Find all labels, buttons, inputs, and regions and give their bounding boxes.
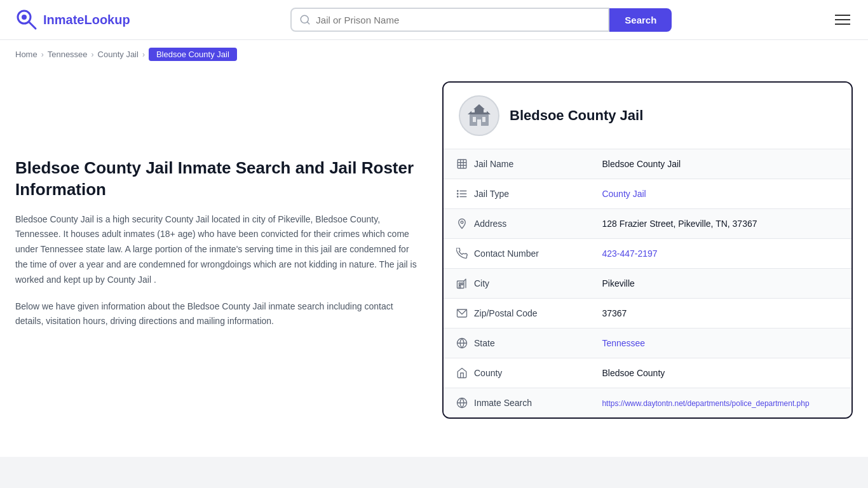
logo-icon	[15, 8, 38, 31]
label-jail-type: Jail Type	[456, 188, 589, 200]
svg-point-22	[458, 196, 459, 198]
label-contact: Contact Number	[456, 248, 589, 259]
svg-line-4	[308, 22, 309, 24]
value-address: 128 Frazier Street, Pikeville, TN, 37367	[602, 209, 851, 239]
svg-point-21	[458, 193, 459, 194]
left-panel: Bledsoe County Jail Inmate Search and Ja…	[15, 81, 422, 419]
logo-text: InmateLookup	[43, 13, 130, 27]
breadcrumb-sep-1: ›	[41, 50, 44, 59]
breadcrumb-home[interactable]: Home	[15, 50, 37, 59]
breadcrumb-sep-2: ›	[92, 50, 94, 59]
search-button[interactable]: Search	[609, 8, 672, 32]
main-content: Bledsoe County Jail Inmate Search and Ja…	[0, 69, 868, 444]
page-title: Bledsoe County Jail Inmate Search and Ja…	[15, 158, 422, 201]
city-icon	[456, 278, 468, 289]
phone-icon	[456, 248, 468, 259]
table-row: Jail Name Bledsoe County Jail	[444, 149, 851, 179]
jail-type-link[interactable]: County Jail	[602, 189, 646, 199]
table-row: City Pikeville	[444, 269, 851, 299]
info-table: Jail Name Bledsoe County Jail Jail Ty	[444, 149, 851, 417]
description-1: Bledsoe County Jail is a high security C…	[15, 212, 422, 288]
card-title: Bledsoe County Jail	[510, 107, 643, 124]
mail-icon	[456, 308, 468, 319]
table-row: Jail Type County Jail	[444, 179, 851, 209]
inmate-search-link[interactable]: https://www.daytontn.net/departments/pol…	[602, 399, 809, 408]
value-inmate-search: https://www.daytontn.net/departments/pol…	[602, 388, 851, 418]
svg-rect-7	[482, 117, 485, 122]
value-contact: 423-447-2197	[602, 239, 851, 269]
svg-rect-26	[461, 283, 463, 285]
svg-point-2	[22, 15, 27, 20]
svg-rect-10	[471, 109, 475, 112]
search-bar: Search	[290, 8, 672, 32]
label-city: City	[456, 278, 589, 289]
state-link[interactable]: Tennessee	[602, 338, 645, 348]
value-state: Tennessee	[602, 329, 851, 358]
svg-rect-6	[473, 117, 476, 122]
svg-rect-25	[459, 283, 461, 285]
value-county: Bledsoe County	[602, 358, 851, 388]
info-card: Bledsoe County Jail Jail Name Bledsoe Co…	[442, 81, 853, 419]
table-row: County Bledsoe County	[444, 358, 851, 388]
globe2-icon	[456, 397, 468, 409]
phone-link[interactable]: 423-447-2197	[602, 248, 657, 259]
table-row: State Tennessee	[444, 329, 851, 358]
search-icon	[299, 14, 311, 25]
svg-point-20	[458, 191, 459, 192]
label-county: County	[456, 367, 589, 379]
value-city: Pikeville	[602, 269, 851, 299]
breadcrumb-current: Bledsoe County Jail	[149, 48, 237, 61]
right-panel: Bledsoe County Jail Jail Name Bledsoe Co…	[442, 81, 853, 419]
label-zip: Zip/Postal Code	[456, 308, 589, 319]
list-icon	[456, 188, 468, 200]
value-jail-name: Bledsoe County Jail	[602, 149, 851, 179]
card-header: Bledsoe County Jail	[444, 83, 851, 149]
label-inmate-search: Inmate Search	[456, 397, 589, 409]
building-icon	[456, 158, 468, 170]
label-address: Address	[456, 218, 589, 229]
svg-rect-27	[459, 286, 461, 288]
breadcrumb: Home › Tennessee › County Jail › Bledsoe…	[0, 40, 868, 69]
label-state: State	[456, 337, 589, 349]
search-input-wrapper	[290, 8, 609, 32]
label-jail-name: Jail Name	[456, 158, 589, 170]
jail-avatar-icon	[466, 103, 492, 128]
svg-point-23	[461, 221, 463, 224]
county-icon	[456, 367, 468, 379]
svg-rect-12	[458, 159, 466, 168]
value-zip: 37367	[602, 299, 851, 329]
svg-line-1	[29, 22, 36, 29]
table-row: Contact Number 423-447-2197	[444, 239, 851, 269]
search-input[interactable]	[316, 15, 600, 25]
svg-rect-8	[477, 119, 481, 126]
pin-icon	[456, 218, 468, 229]
table-row: Zip/Postal Code 37367	[444, 299, 851, 329]
footer-bar	[0, 457, 868, 488]
breadcrumb-tennessee[interactable]: Tennessee	[48, 50, 88, 59]
avatar	[459, 95, 499, 136]
table-row: Inmate Search https://www.daytontn.net/d…	[444, 388, 851, 418]
header: InmateLookup Search	[0, 0, 868, 40]
hamburger-menu[interactable]	[832, 12, 853, 27]
svg-rect-11	[484, 109, 487, 112]
description-2: Below we have given information about th…	[15, 299, 422, 330]
breadcrumb-county-jail[interactable]: County Jail	[98, 50, 139, 59]
table-row: Address 128 Frazier Street, Pikeville, T…	[444, 209, 851, 239]
logo-link[interactable]: InmateLookup	[15, 8, 130, 31]
svg-marker-9	[468, 104, 491, 114]
breadcrumb-sep-3: ›	[142, 50, 145, 59]
globe-icon	[456, 337, 468, 349]
value-jail-type: County Jail	[602, 179, 851, 209]
